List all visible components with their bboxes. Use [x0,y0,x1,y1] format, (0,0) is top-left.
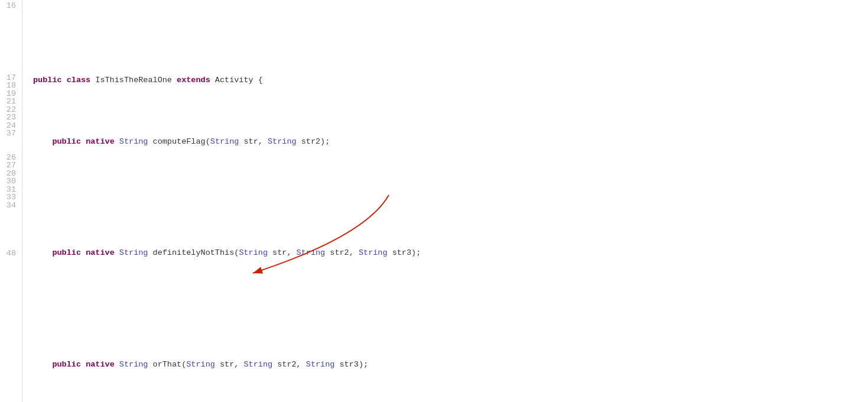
arrow-annotation [22,0,868,402]
code-area: public class IsThisTheRealOne extends Ac… [22,0,868,402]
code-container: 16 17 18 19 21 22 23 24 37 26 27 28 30 3… [0,0,868,402]
code-line-16: public class IsThisTheRealOne extends Ac… [33,74,868,87]
code-line-native2: public native String definitelyNotThis(S… [33,247,868,260]
blank1 [33,186,868,198]
code-line-native3: public native String orThat(String str, … [33,359,868,371]
blank2 [33,297,868,309]
code-line-native1: public native String computeFlag(String … [33,136,868,148]
line-numbers: 16 17 18 19 21 22 23 24 37 26 27 28 30 3… [0,0,22,402]
